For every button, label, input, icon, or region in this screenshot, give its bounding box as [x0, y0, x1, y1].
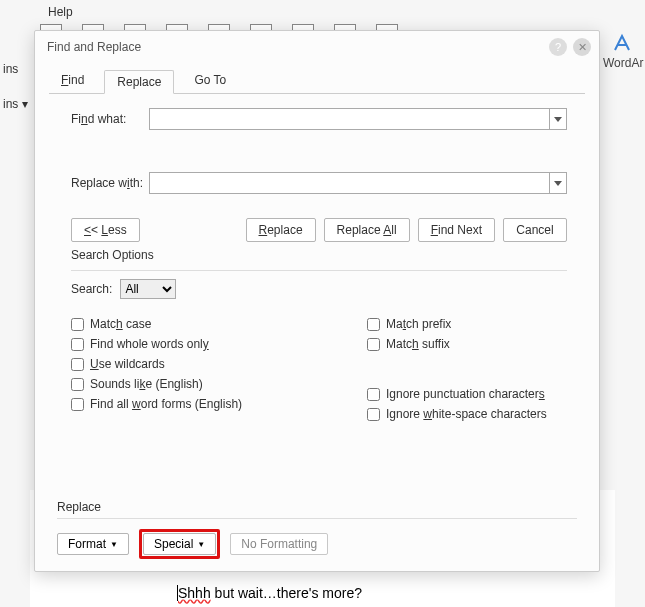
replace-with-input[interactable]	[149, 172, 549, 194]
wildcards-checkbox[interactable]	[71, 358, 84, 371]
replace-all-button[interactable]: Replace All	[324, 218, 410, 242]
sounds-like-checkbox[interactable]	[71, 378, 84, 391]
help-icon[interactable]: ?	[549, 38, 567, 56]
tab-replace[interactable]: Replace	[104, 70, 174, 94]
format-button[interactable]: Format▼	[57, 533, 129, 555]
tab-find[interactable]: Find	[49, 69, 96, 93]
wildcards-label: Use wildcards	[90, 357, 165, 371]
word-forms-label: Find all word forms (English)	[90, 397, 242, 411]
whole-words-label: Find whole words only	[90, 337, 209, 351]
word-forms-checkbox[interactable]	[71, 398, 84, 411]
match-prefix-checkbox[interactable]	[367, 318, 380, 331]
chevron-down-icon	[554, 181, 562, 186]
replace-with-dropdown[interactable]	[549, 172, 567, 194]
match-case-checkbox[interactable]	[71, 318, 84, 331]
replace-button[interactable]: Replace	[246, 218, 316, 242]
match-case-label: Match case	[90, 317, 151, 331]
find-replace-dialog: Find and Replace ? ✕ Find Replace Go To …	[34, 30, 600, 572]
search-direction-select[interactable]: All	[120, 279, 176, 299]
close-icon[interactable]: ✕	[573, 38, 591, 56]
less-button[interactable]: << Less	[71, 218, 140, 242]
replace-section-label: Replace	[57, 500, 577, 514]
replace-with-label: Replace with:	[71, 176, 149, 190]
special-button-highlight: Special▼	[139, 529, 220, 559]
ignore-ws-label: Ignore white-space characters	[386, 407, 547, 421]
search-options-label: Search Options	[71, 248, 567, 262]
special-button[interactable]: Special▼	[143, 533, 216, 555]
whole-words-checkbox[interactable]	[71, 338, 84, 351]
cancel-button[interactable]: Cancel	[503, 218, 567, 242]
find-what-label: Find what:	[71, 112, 149, 126]
no-formatting-button: No Formatting	[230, 533, 328, 555]
ignore-ws-checkbox[interactable]	[367, 408, 380, 421]
sounds-like-label: Sounds like (English)	[90, 377, 203, 391]
document-text[interactable]: Shhh but wait…there's more?	[177, 585, 362, 601]
match-suffix-checkbox[interactable]	[367, 338, 380, 351]
match-suffix-label: Match suffix	[386, 337, 450, 351]
chevron-down-icon	[554, 117, 562, 122]
match-prefix-label: Match prefix	[386, 317, 451, 331]
wordart-button[interactable]: WordAr	[603, 32, 641, 70]
ignore-punct-label: Ignore punctuation characters	[386, 387, 545, 401]
triangle-down-icon: ▼	[197, 540, 205, 549]
wordart-icon	[611, 32, 633, 54]
dialog-title: Find and Replace	[47, 40, 543, 54]
find-what-input[interactable]	[149, 108, 549, 130]
dialog-tabs: Find Replace Go To	[35, 63, 599, 93]
find-what-dropdown[interactable]	[549, 108, 567, 130]
help-menu[interactable]: Help	[42, 3, 79, 21]
search-direction-label: Search:	[71, 282, 112, 296]
tab-goto[interactable]: Go To	[182, 69, 238, 93]
ignore-punct-checkbox[interactable]	[367, 388, 380, 401]
find-next-button[interactable]: Find Next	[418, 218, 495, 242]
wordart-label: WordAr	[603, 56, 643, 70]
triangle-down-icon: ▼	[110, 540, 118, 549]
ribbon-addins-dropdown-fragment[interactable]: ins ▾	[3, 97, 28, 111]
ribbon-addins-fragment: ins	[3, 62, 18, 76]
